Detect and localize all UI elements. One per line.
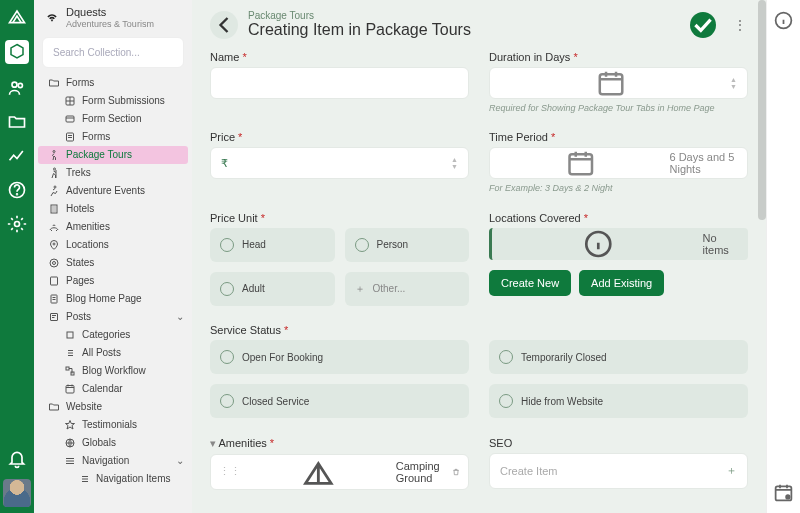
back-button[interactable] — [210, 11, 238, 39]
create-new-button[interactable]: Create New — [489, 270, 571, 296]
sidebar-item-posts[interactable]: Posts⌄ — [34, 308, 192, 326]
priceunit-adult[interactable]: Adult — [210, 272, 335, 306]
event-icon[interactable] — [773, 482, 794, 503]
users-icon[interactable] — [7, 78, 27, 98]
priceunit-other[interactable]: ＋Other... — [345, 272, 470, 306]
sidebar-item-form-section[interactable]: Form Section — [34, 110, 192, 128]
svg-point-9 — [54, 168, 56, 170]
stepper-icon[interactable]: ▲▼ — [730, 76, 737, 90]
sidebar-item-forms[interactable]: Forms — [34, 74, 192, 92]
price-label: Price — [210, 131, 469, 143]
sidebar-item-adventure-events[interactable]: Adventure Events — [34, 182, 192, 200]
svg-point-10 — [54, 186, 56, 188]
svg-point-4 — [15, 222, 20, 227]
wifi-icon — [44, 10, 60, 24]
pin-icon — [48, 239, 60, 251]
status-hide[interactable]: Hide from Website — [489, 384, 748, 418]
page-title: Creating Item in Package Tours — [248, 21, 680, 39]
sidebar-item-label: Pages — [66, 275, 94, 286]
sidebar-item-forms[interactable]: Forms — [34, 128, 192, 146]
add-existing-button[interactable]: Add Existing — [579, 270, 664, 296]
locations-empty: No items — [489, 228, 748, 260]
sidebar-item-label: Navigation — [82, 455, 129, 466]
sidebar-item-hotels[interactable]: Hotels — [34, 200, 192, 218]
amenity-item[interactable]: ⋮⋮ Camping Ground — [210, 454, 469, 490]
search-input[interactable]: Search Collection... — [42, 37, 184, 68]
duration-hint: Required for Showing Package Tour Tabs i… — [489, 103, 748, 113]
status-temp-closed[interactable]: Temporarily Closed — [489, 340, 748, 374]
settings-icon[interactable] — [7, 214, 27, 234]
delete-icon[interactable] — [452, 466, 460, 478]
sidebar-item-website[interactable]: Website — [34, 398, 192, 416]
logo-icon[interactable] — [7, 6, 27, 26]
sidebar-item-navigation[interactable]: Navigation⌄ — [34, 452, 192, 470]
sidebar-item-label: Navigation Items — [96, 473, 170, 484]
sidebar-item-form-submissions[interactable]: Form Submissions — [34, 92, 192, 110]
sidebar-item-label: Adventure Events — [66, 185, 145, 196]
sidebar-item-blog-workflow[interactable]: Blog Workflow — [34, 362, 192, 380]
stepper-icon[interactable]: ▲▼ — [451, 156, 458, 170]
collections-icon[interactable] — [5, 40, 29, 64]
sidebar-item-label: Categories — [82, 329, 130, 340]
drag-handle-icon[interactable]: ⋮⋮ — [219, 465, 241, 478]
sidebar-item-label: States — [66, 257, 94, 268]
sidebar-item-label: Forms — [82, 131, 110, 142]
priceunit-person[interactable]: Person — [345, 228, 470, 262]
calendar-icon — [500, 148, 662, 178]
duration-input[interactable]: ▲▼ — [489, 67, 748, 99]
price-input[interactable]: ₹ ▲▼ — [210, 147, 469, 179]
files-icon[interactable] — [7, 112, 27, 132]
sidebar-item-label: Treks — [66, 167, 91, 178]
duration-label: Duration in Days — [489, 51, 748, 63]
navitem-icon — [78, 473, 90, 485]
sidebar-item-label: Form Submissions — [82, 95, 165, 106]
timeperiod-input[interactable]: 6 Days and 5 Nights — [489, 147, 748, 179]
priceunit-label: Price Unit — [210, 212, 469, 224]
sidebar-item-all-posts[interactable]: All Posts — [34, 344, 192, 362]
sidebar-item-blog-home-page[interactable]: Blog Home Page — [34, 290, 192, 308]
servicestatus-label: Service Status — [210, 324, 748, 336]
sidebar-item-treks[interactable]: Treks — [34, 164, 192, 182]
sidebar-item-label: Hotels — [66, 203, 94, 214]
breadcrumb[interactable]: Package Tours — [248, 10, 680, 21]
chevron-down-icon: ⌄ — [176, 311, 184, 322]
status-open[interactable]: Open For Booking — [210, 340, 469, 374]
name-input[interactable] — [210, 67, 469, 99]
timeperiod-hint: For Example: 3 Days & 2 Night — [489, 183, 748, 193]
sidebar-item-amenities[interactable]: Amenities — [34, 218, 192, 236]
content-header: Package Tours Creating Item in Package T… — [192, 0, 766, 45]
save-button[interactable] — [690, 12, 716, 38]
sidebar-item-package-tours[interactable]: Package Tours — [38, 146, 188, 164]
run-icon — [48, 185, 60, 197]
sidebar-item-globals[interactable]: Globals — [34, 434, 192, 452]
info-icon[interactable] — [773, 10, 794, 31]
help-icon[interactable] — [7, 180, 27, 200]
seo-create-item[interactable]: Create Item ＋ — [489, 453, 748, 489]
walk-icon — [48, 149, 60, 161]
scrollbar-thumb[interactable] — [758, 0, 766, 220]
timeperiod-placeholder: 6 Days and 5 Nights — [670, 151, 738, 175]
notifications-icon[interactable] — [7, 449, 27, 469]
more-menu-icon[interactable]: ⋮ — [732, 18, 748, 32]
sidebar-item-locations[interactable]: Locations — [34, 236, 192, 254]
sidebar-item-states[interactable]: States — [34, 254, 192, 272]
sidebar-item-label: Testimonials — [82, 419, 137, 430]
brand-name: Dquests — [66, 6, 154, 19]
priceunit-head[interactable]: Head — [210, 228, 335, 262]
brand[interactable]: Dquests Adventures & Tourism — [34, 0, 192, 33]
sidebar-item-calendar[interactable]: Calendar — [34, 380, 192, 398]
analytics-icon[interactable] — [7, 146, 27, 166]
svg-rect-24 — [570, 155, 593, 175]
svg-point-14 — [53, 261, 56, 264]
svg-rect-21 — [66, 385, 74, 393]
sidebar-item-navigation-items[interactable]: Navigation Items — [34, 470, 192, 488]
list-icon — [64, 347, 76, 359]
sidebar-item-categories[interactable]: Categories — [34, 326, 192, 344]
avatar[interactable] — [3, 479, 31, 507]
right-rail — [766, 0, 800, 513]
sidebar-item-pages[interactable]: Pages — [34, 272, 192, 290]
sidebar-item-testimonials[interactable]: Testimonials — [34, 416, 192, 434]
sidebar-item-label: Globals — [82, 437, 116, 448]
status-closed[interactable]: Closed Service — [210, 384, 469, 418]
sidebar-item-label: Website — [66, 401, 102, 412]
